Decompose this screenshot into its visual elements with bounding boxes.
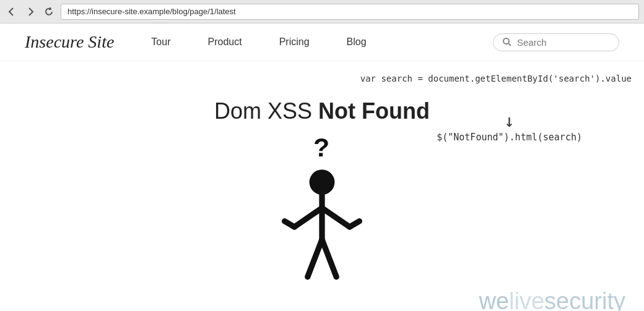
svg-line-6 xyxy=(285,221,295,227)
live-text: live xyxy=(509,288,544,311)
search-input[interactable] xyxy=(517,37,610,48)
code-line: var search = document.getElementById('se… xyxy=(360,74,632,83)
down-arrow-icon: ↓ xyxy=(504,111,515,132)
svg-point-3 xyxy=(310,169,335,195)
back-button[interactable] xyxy=(5,5,19,19)
svg-line-10 xyxy=(322,239,336,276)
svg-line-5 xyxy=(294,208,322,227)
svg-line-9 xyxy=(308,239,322,276)
nav-tour[interactable]: Tour xyxy=(151,36,170,48)
browser-chrome: https://insecure-site.example/blog/page/… xyxy=(0,0,644,23)
svg-point-0 xyxy=(503,38,509,44)
refresh-button[interactable] xyxy=(42,5,56,19)
welivesecurity-logo: welivesecurity xyxy=(479,288,625,311)
jquery-line: $("NotFound").html(search) xyxy=(437,132,582,143)
svg-line-8 xyxy=(350,221,360,227)
forward-button[interactable] xyxy=(24,5,37,19)
security-text: security xyxy=(544,288,625,311)
not-found-bold: Not Found xyxy=(318,98,430,124)
content-area: var search = document.getElementById('se… xyxy=(0,61,644,311)
nav-blog[interactable]: Blog xyxy=(347,36,367,48)
svg-line-7 xyxy=(322,208,350,227)
code-annotation: var search = document.getElementById('se… xyxy=(360,74,632,83)
we-text: we xyxy=(479,288,509,311)
site-header: Insecure Site Tour Product Pricing Blog xyxy=(0,23,644,61)
svg-text:?: ? xyxy=(313,132,329,162)
stick-figure-container: ? xyxy=(25,130,619,294)
site-nav: Tour Product Pricing Blog xyxy=(151,36,493,48)
search-box[interactable] xyxy=(493,33,619,51)
site-logo: Insecure Site xyxy=(25,32,114,52)
stick-figure: ? xyxy=(260,130,384,294)
url-text: https://insecure-site.example/blog/page/… xyxy=(67,7,236,16)
address-bar[interactable]: https://insecure-site.example/blog/page/… xyxy=(61,4,639,20)
nav-product[interactable]: Product xyxy=(207,36,242,48)
not-found-normal: Dom XSS xyxy=(214,98,312,124)
svg-line-1 xyxy=(508,43,511,46)
annotation-container: ↓ $("NotFound").html(search) xyxy=(437,111,582,143)
search-icon xyxy=(502,37,512,47)
nav-pricing[interactable]: Pricing xyxy=(279,36,310,48)
